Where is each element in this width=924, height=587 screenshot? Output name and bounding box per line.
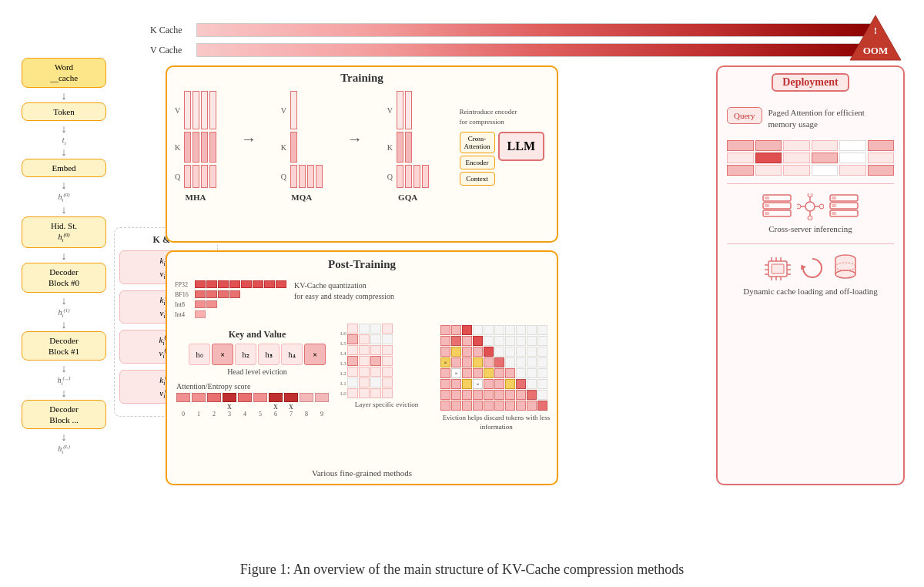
mb2 xyxy=(755,140,782,151)
l3-lbl: L3 xyxy=(340,358,346,368)
em-r3c2 xyxy=(451,347,461,357)
kv-bars-container: K Cache V Cache xyxy=(150,22,882,62)
mqa-name: MQA xyxy=(291,193,312,202)
gqa-q-bar1 xyxy=(397,165,403,188)
l0-lbl: L0 xyxy=(340,388,346,398)
lg-l3-c1 xyxy=(347,356,358,366)
em-r6c4: × xyxy=(473,379,483,389)
gqa-q-lbl: Q xyxy=(387,173,395,181)
mb13 xyxy=(727,165,754,176)
mb7 xyxy=(727,153,754,163)
encoder-section: Reintroduce encoderfor compression Cross… xyxy=(460,107,544,185)
cross-attn-box: Cross-Attention xyxy=(460,132,495,153)
mha-q-bar4 xyxy=(209,165,216,188)
mb15 xyxy=(783,165,810,176)
mb14 xyxy=(755,165,782,176)
mha-v-bar4 xyxy=(209,91,216,129)
deployment-content: Query Paged Attention for efficient memo… xyxy=(718,92,903,315)
eviction-matrix-section: × × xyxy=(440,325,552,431)
mha-v-label: V xyxy=(175,106,182,115)
mqa-q-bars xyxy=(290,165,323,188)
em-r6c9 xyxy=(527,379,537,389)
lg-l0-c1 xyxy=(347,388,358,398)
int8-bar2 xyxy=(206,300,217,308)
em-r2c7 xyxy=(505,336,515,346)
dynamic-cache-text: Dynamic cache loading and off-loading xyxy=(727,286,894,297)
query-box: Query xyxy=(727,107,762,124)
em-r2c5 xyxy=(484,336,494,346)
em-r7c6 xyxy=(494,390,504,400)
mha-v-bar xyxy=(184,91,191,129)
arrow-5: ↓ xyxy=(22,205,106,216)
em-r5c9 xyxy=(527,368,537,378)
token-h2: h₂ xyxy=(235,344,256,365)
em-r1c9 xyxy=(527,325,537,335)
lg-l2-c4 xyxy=(382,367,393,377)
v-cache-label: V Cache xyxy=(150,45,196,56)
gqa-group: V K Q xyxy=(387,91,429,202)
em-r8c6 xyxy=(494,401,504,411)
em-r4c5 xyxy=(484,357,494,367)
lg-l5-c4 xyxy=(382,334,393,344)
mha-k-bar3 xyxy=(201,132,208,163)
em-r7c1 xyxy=(440,390,450,400)
decoder-more-box: DecoderBlock ... xyxy=(22,400,106,430)
em-r4c9 xyxy=(527,357,537,367)
gqa-q-row: Q xyxy=(387,165,429,188)
fp32-bars xyxy=(195,280,286,288)
v-cache-row: V Cache xyxy=(150,42,882,59)
post-training-title: Post-Training xyxy=(167,258,557,271)
mqa-q-bar1 xyxy=(290,165,297,188)
l2-lbl: L2 xyxy=(340,368,346,378)
h-i1-label: hi(1) xyxy=(22,307,106,319)
arrow-10: ↓ xyxy=(22,388,106,399)
e-bar3 xyxy=(207,393,221,402)
svg-rect-6 xyxy=(765,212,769,215)
arrow-mha-mqa: → xyxy=(241,130,256,148)
mb5 xyxy=(839,140,866,151)
em-r7c10 xyxy=(537,390,547,400)
svg-rect-2 xyxy=(765,196,769,200)
em-r1c5 xyxy=(484,325,494,335)
token-label: Token xyxy=(53,107,74,116)
e-bar1 xyxy=(176,393,190,402)
head-eviction-label: Head level eviction xyxy=(176,367,338,376)
encoder-box: Encoder xyxy=(460,156,495,169)
em-r3c9 xyxy=(527,347,537,357)
lg-l2-c1 xyxy=(347,367,358,377)
bf16-label: BF16 xyxy=(175,291,193,298)
deployment-title-wrapper: Deployment xyxy=(718,73,903,92)
cache-icons-row xyxy=(727,253,894,283)
em-r8c4 xyxy=(473,401,483,411)
server-icons-row xyxy=(727,193,894,220)
svg-point-12 xyxy=(808,193,812,197)
em-r5c7 xyxy=(505,368,515,378)
mha-q-bars xyxy=(184,165,216,188)
entropy-bar-row xyxy=(176,393,338,402)
int8-bars xyxy=(195,300,217,308)
mqa-v-bars xyxy=(290,91,297,129)
layer-eviction-section: L6 L5 L4 L3 L2 L1 L0 xyxy=(340,329,433,410)
num-8: 8 xyxy=(300,411,313,418)
em-r4c1: × xyxy=(440,357,450,367)
arrow-2: ↓ xyxy=(22,124,106,135)
enum-2 xyxy=(207,404,221,411)
fp32-bar6 xyxy=(253,280,263,288)
em-r6c7 xyxy=(505,379,515,389)
mqa-q-bar4 xyxy=(316,165,323,188)
num-5: 5 xyxy=(253,411,267,418)
em-r3c4 xyxy=(473,347,483,357)
mha-k-bar2 xyxy=(192,132,199,163)
lg-l3-c2 xyxy=(359,356,370,366)
num-3: 3 xyxy=(223,411,236,418)
mha-k-bars xyxy=(184,132,216,163)
mark-x2: X xyxy=(269,404,283,411)
enum-4 xyxy=(253,404,267,411)
mqa-k-bars xyxy=(290,132,297,163)
num-1: 1 xyxy=(192,411,206,418)
mha-k-label: K xyxy=(175,143,182,152)
em-r2c4 xyxy=(473,336,483,346)
mb17 xyxy=(839,165,866,176)
embed-box: Embed xyxy=(22,159,106,177)
left-column: Word__cache ↓ Token ↓ ti ↓ Embed ↓ hi(0)… xyxy=(22,58,106,456)
